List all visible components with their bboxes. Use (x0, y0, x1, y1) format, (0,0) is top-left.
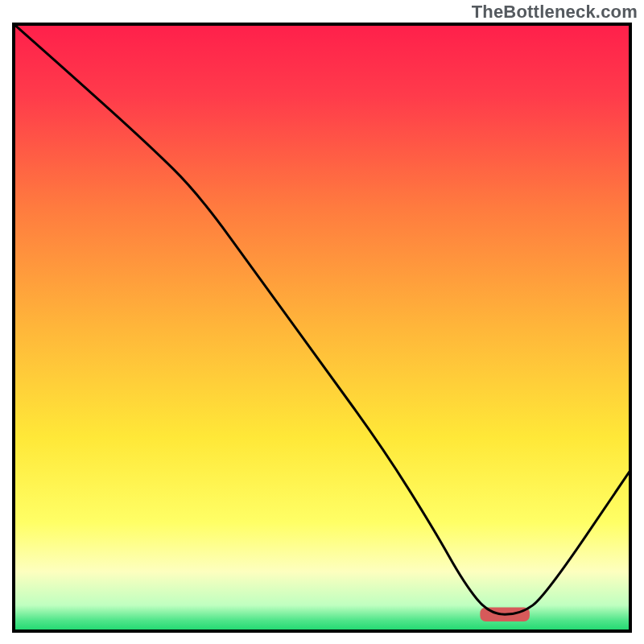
bottleneck-chart (12, 23, 632, 633)
chart-stage: TheBottleneck.com (0, 0, 644, 644)
watermark-text: TheBottleneck.com (472, 2, 638, 23)
plot-area (12, 23, 632, 633)
gradient-background (12, 23, 632, 633)
